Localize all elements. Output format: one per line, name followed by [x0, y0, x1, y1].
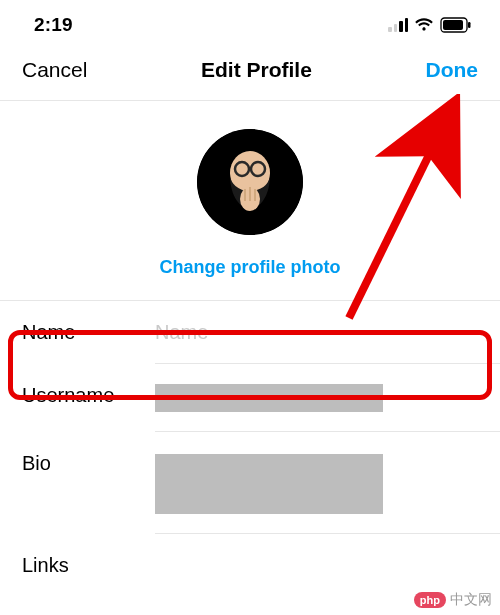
name-label: Name [22, 321, 155, 344]
nav-bar: Cancel Edit Profile Done [0, 44, 500, 101]
svg-rect-1 [443, 20, 463, 30]
avatar[interactable] [197, 129, 303, 235]
username-field[interactable] [155, 384, 478, 412]
links-label: Links [22, 554, 155, 577]
watermark-icon: php [414, 592, 446, 608]
cellular-icon [388, 18, 408, 32]
done-button[interactable]: Done [425, 58, 478, 82]
profile-fields: Name Name Username Bio Links [0, 301, 500, 597]
status-indicators [388, 17, 472, 33]
page-title: Edit Profile [201, 58, 312, 82]
status-bar: 2:19 [0, 0, 500, 44]
watermark: php 中文网 [414, 591, 492, 609]
clock: 2:19 [34, 14, 73, 36]
bio-field[interactable] [155, 452, 478, 514]
watermark-text: 中文网 [450, 591, 492, 609]
username-label: Username [22, 384, 155, 407]
links-row[interactable]: Links [0, 534, 500, 597]
cancel-button[interactable]: Cancel [22, 58, 87, 82]
redacted-value [155, 384, 383, 412]
bio-row[interactable]: Bio [0, 432, 500, 534]
username-row[interactable]: Username [0, 364, 500, 432]
battery-icon [440, 17, 472, 33]
svg-rect-2 [468, 22, 471, 28]
name-row[interactable]: Name Name [0, 301, 500, 364]
wifi-icon [414, 17, 434, 33]
change-profile-photo-button[interactable]: Change profile photo [160, 257, 341, 278]
profile-section: Change profile photo [0, 101, 500, 301]
redacted-value [155, 454, 383, 514]
name-field[interactable]: Name [155, 321, 478, 344]
bio-label: Bio [22, 452, 155, 475]
